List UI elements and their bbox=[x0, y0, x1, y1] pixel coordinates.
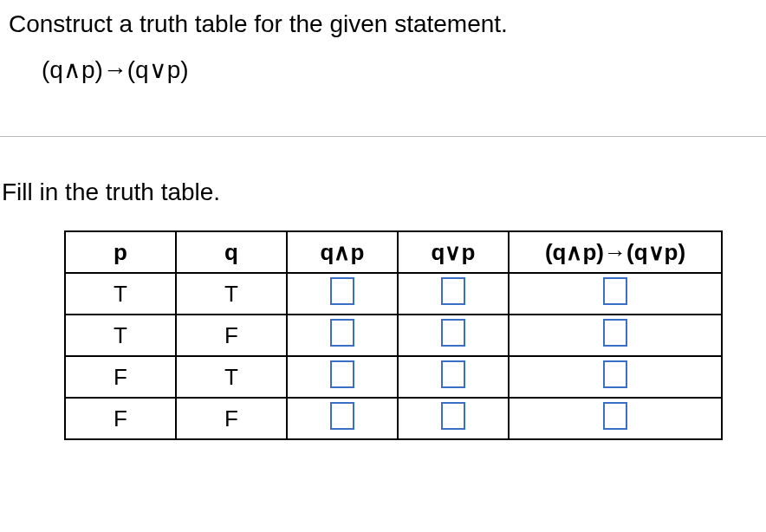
table-row: T T bbox=[65, 273, 722, 315]
cell-p: F bbox=[65, 398, 176, 439]
answer-input[interactable] bbox=[330, 360, 354, 388]
header-q-or-p: q∨p bbox=[398, 231, 509, 273]
cell-p: F bbox=[65, 356, 176, 398]
table-row: T F bbox=[65, 315, 722, 356]
cell-q: T bbox=[176, 273, 287, 315]
cell-q-or-p bbox=[398, 273, 509, 315]
cell-implication bbox=[509, 273, 722, 315]
expression-text: (q∧p)→(q∨p) bbox=[0, 38, 766, 84]
cell-implication bbox=[509, 398, 722, 439]
cell-q-or-p bbox=[398, 315, 509, 356]
cell-q-and-p bbox=[287, 315, 398, 356]
cell-q: F bbox=[176, 398, 287, 439]
instruction-text: Construct a truth table for the given st… bbox=[0, 0, 766, 38]
answer-input[interactable] bbox=[330, 402, 354, 430]
cell-q: F bbox=[176, 315, 287, 356]
header-p: p bbox=[65, 231, 176, 273]
answer-input[interactable] bbox=[603, 402, 627, 430]
cell-p: T bbox=[65, 273, 176, 315]
cell-implication bbox=[509, 356, 722, 398]
table-row: F F bbox=[65, 398, 722, 439]
cell-q-or-p bbox=[398, 356, 509, 398]
cell-q-and-p bbox=[287, 273, 398, 315]
cell-implication bbox=[509, 315, 722, 356]
header-implication: (q∧p)→(q∨p) bbox=[509, 231, 722, 273]
fill-instruction-text: Fill in the truth table. bbox=[0, 137, 766, 206]
cell-q: T bbox=[176, 356, 287, 398]
answer-input[interactable] bbox=[441, 319, 465, 347]
answer-input[interactable] bbox=[603, 277, 627, 305]
truth-table-container: p q q∧p q∨p (q∧p)→(q∨p) T T T F bbox=[0, 206, 766, 440]
answer-input[interactable] bbox=[441, 402, 465, 430]
cell-q-or-p bbox=[398, 398, 509, 439]
header-q-and-p: q∧p bbox=[287, 231, 398, 273]
answer-input[interactable] bbox=[330, 277, 354, 305]
answer-input[interactable] bbox=[441, 277, 465, 305]
answer-input[interactable] bbox=[441, 360, 465, 388]
header-q: q bbox=[176, 231, 287, 273]
truth-table: p q q∧p q∨p (q∧p)→(q∨p) T T T F bbox=[64, 230, 723, 440]
answer-input[interactable] bbox=[603, 319, 627, 347]
cell-q-and-p bbox=[287, 356, 398, 398]
cell-p: T bbox=[65, 315, 176, 356]
answer-input[interactable] bbox=[330, 319, 354, 347]
answer-input[interactable] bbox=[603, 360, 627, 388]
table-header-row: p q q∧p q∨p (q∧p)→(q∨p) bbox=[65, 231, 722, 273]
cell-q-and-p bbox=[287, 398, 398, 439]
table-row: F T bbox=[65, 356, 722, 398]
